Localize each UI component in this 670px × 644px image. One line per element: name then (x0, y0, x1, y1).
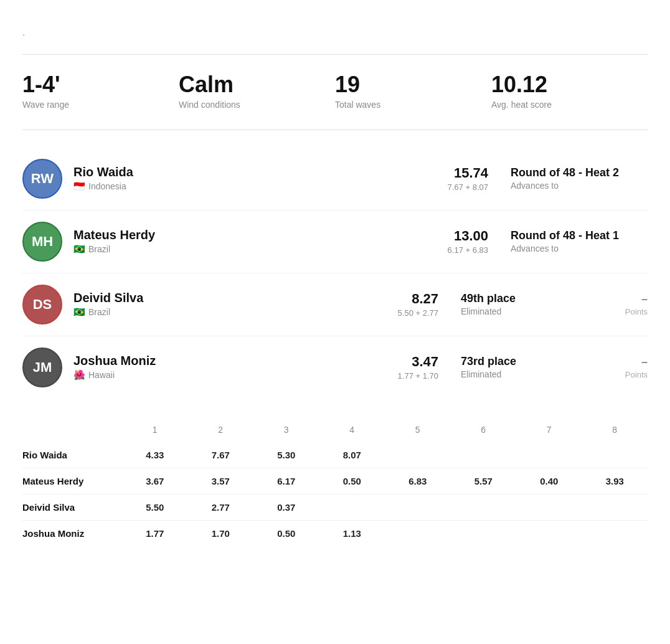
wave-score-3-2: 0.50 (253, 520, 319, 546)
wave-score-2-3 (319, 494, 385, 520)
stat-item-0: 1-4' Wave range (22, 72, 179, 110)
surfer-result-label-1: Advances to (511, 244, 648, 253)
wave-score-0-2: 5.30 (253, 442, 319, 468)
surfer-breakdown-1: 6.17 + 6.83 (426, 245, 488, 255)
wave-score-3-0: 1.77 (122, 520, 188, 546)
surfer-row-1: MH Mateus Herdy 🇧🇷 Brazil 13.00 6.17 + 6… (22, 211, 648, 273)
surfer-points-block-2: – Points (598, 293, 648, 316)
stat-item-3: 10.12 Avg. heat score (491, 72, 648, 110)
wave-table-row-2: Deivid Silva5.502.770.37 (22, 494, 648, 520)
surfer-points-label-2: Points (598, 307, 648, 316)
wave-score-3-1: 1.70 (188, 520, 254, 546)
surfer-info-2: Deivid Silva 🇧🇷 Brazil (73, 291, 376, 318)
country-flag-0: 🇮🇩 (73, 181, 85, 192)
wave-score-2-4 (385, 494, 451, 520)
wave-col-header-7: 7 (516, 421, 582, 442)
stat-value-1: Calm (179, 72, 335, 97)
surfer-name-3: Joshua Moniz (73, 354, 376, 368)
stat-item-2: 19 Total waves (335, 72, 491, 110)
surfer-result-2: 49th place (461, 292, 598, 305)
wave-score-1-1: 3.57 (188, 468, 254, 494)
stat-value-2: 19 (335, 72, 491, 97)
surfer-points-value-3: – (598, 356, 648, 369)
wave-score-1-6: 0.40 (516, 468, 582, 494)
surfer-row-3: JM Joshua Moniz 🌺 Hawaii 3.47 1.77 + 1.7… (22, 336, 648, 399)
surfer-result-block-1: Round of 48 - Heat 1 Advances to (511, 229, 648, 253)
avatar-1: MH (22, 222, 62, 262)
stat-item-1: Calm Wind conditions (179, 72, 335, 110)
surfer-info-1: Mateus Herdy 🇧🇷 Brazil (73, 228, 426, 255)
event-subtitle: · (22, 29, 648, 39)
wave-col-header-1: 1 (122, 421, 188, 442)
country-flag-3: 🌺 (73, 369, 85, 381)
wave-table-body: Rio Waida4.337.675.308.07Mateus Herdy3.6… (22, 442, 648, 546)
wave-table-row-1: Mateus Herdy3.673.576.170.506.835.570.40… (22, 468, 648, 494)
surfer-row-0: RW Rio Waida 🇮🇩 Indonesia 15.74 7.67 + 8… (22, 148, 648, 211)
surfer-name-1: Mateus Herdy (73, 228, 426, 242)
wave-score-2-7 (582, 494, 648, 520)
wave-surfer-name-3: Joshua Moniz (22, 520, 122, 546)
country-flag-2: 🇧🇷 (73, 306, 85, 318)
surfer-row-2: DS Deivid Silva 🇧🇷 Brazil 8.27 5.50 + 2.… (22, 273, 648, 336)
wave-surfer-name-2: Deivid Silva (22, 494, 122, 520)
stat-value-0: 1-4' (22, 72, 179, 97)
surfer-breakdown-3: 1.77 + 1.70 (376, 371, 438, 381)
surfer-score-block-2: 8.27 5.50 + 2.77 (376, 291, 438, 318)
wave-score-0-4 (385, 442, 451, 468)
surfer-result-1: Round of 48 - Heat 1 (511, 229, 648, 242)
surfer-result-label-0: Advances to (511, 181, 648, 191)
surfer-breakdown-0: 7.67 + 8.07 (426, 182, 488, 192)
country-name-3: Hawaii (88, 370, 115, 380)
surfer-total-3: 3.47 (376, 354, 438, 370)
surfer-score-block-1: 13.00 6.17 + 6.83 (426, 228, 488, 255)
surfer-result-label-2: Eliminated (461, 306, 598, 316)
surfer-score-block-3: 3.47 1.77 + 1.70 (376, 354, 438, 381)
avatar-0: RW (22, 159, 62, 199)
surfer-country-1: 🇧🇷 Brazil (73, 244, 426, 255)
surfer-points-label-3: Points (598, 370, 648, 379)
wave-col-header-3: 3 (253, 421, 319, 442)
country-name-0: Indonesia (88, 181, 126, 191)
surfer-breakdown-2: 5.50 + 2.77 (376, 308, 438, 318)
stat-label-3: Avg. heat score (491, 100, 648, 110)
wave-score-1-5: 5.57 (451, 468, 517, 494)
surfer-total-1: 13.00 (426, 228, 488, 244)
surfer-points-block-3: – Points (598, 356, 648, 379)
wave-score-0-7 (582, 442, 648, 468)
header-divider (22, 54, 648, 55)
wave-col-header-6: 6 (451, 421, 517, 442)
wave-score-2-5 (451, 494, 517, 520)
surfer-result-block-3: 73rd place Eliminated (461, 355, 598, 379)
wave-score-1-2: 6.17 (253, 468, 319, 494)
surfer-total-0: 15.74 (426, 165, 488, 181)
wave-score-0-0: 4.33 (122, 442, 188, 468)
stats-divider (22, 130, 648, 130)
surfer-result-0: Round of 48 - Heat 2 (511, 166, 648, 179)
stat-label-0: Wave range (22, 100, 179, 110)
wave-score-0-3: 8.07 (319, 442, 385, 468)
wave-col-header-8: 8 (582, 421, 648, 442)
surfer-country-0: 🇮🇩 Indonesia (73, 181, 426, 192)
wave-score-3-4 (385, 520, 451, 546)
wave-col-header-5: 5 (385, 421, 451, 442)
wave-score-3-5 (451, 520, 517, 546)
surfer-name-2: Deivid Silva (73, 291, 376, 305)
wave-score-table: 12345678 Rio Waida4.337.675.308.07Mateus… (22, 421, 648, 546)
surfer-result-block-0: Round of 48 - Heat 2 Advances to (511, 166, 648, 191)
wave-col-header-2: 2 (188, 421, 254, 442)
surfer-info-3: Joshua Moniz 🌺 Hawaii (73, 354, 376, 381)
stat-label-1: Wind conditions (179, 100, 335, 110)
wave-score-0-1: 7.67 (188, 442, 254, 468)
avatar-3: JM (22, 348, 62, 387)
stats-row: 1-4' Wave range Calm Wind conditions 19 … (22, 72, 648, 110)
wave-score-1-3: 0.50 (319, 468, 385, 494)
wave-col-header-4: 4 (319, 421, 385, 442)
country-flag-1: 🇧🇷 (73, 244, 85, 255)
surfer-result-3: 73rd place (461, 355, 598, 368)
surfer-info-0: Rio Waida 🇮🇩 Indonesia (73, 165, 426, 192)
surfer-total-2: 8.27 (376, 291, 438, 307)
wave-score-1-7: 3.93 (582, 468, 648, 494)
surfer-score-block-0: 15.74 7.67 + 8.07 (426, 165, 488, 192)
wave-surfer-name-1: Mateus Herdy (22, 468, 122, 494)
wave-score-1-4: 6.83 (385, 468, 451, 494)
